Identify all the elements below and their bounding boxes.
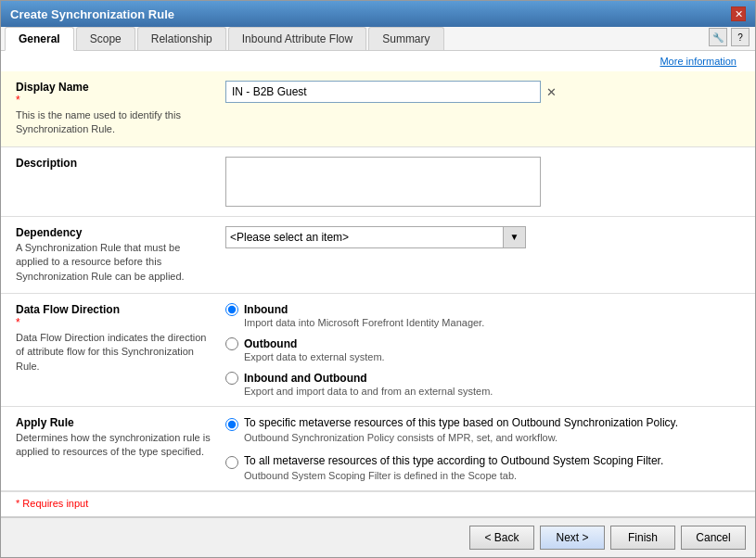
apply-specific-radio[interactable] xyxy=(225,418,238,431)
data-flow-description: Data Flow Direction indicates the direct… xyxy=(16,331,211,374)
apply-specific-text: To specific metaverse resources of this … xyxy=(244,416,678,429)
apply-rule-title: Apply Rule xyxy=(16,416,211,429)
apply-specific-sub: Outbound Synchronization Policy consists… xyxy=(244,432,678,443)
more-info-link[interactable]: More information xyxy=(650,52,746,70)
requires-input-note: * Requires input xyxy=(1,491,755,514)
radio-inbound-outbound-sub: Export and import data to and from an ex… xyxy=(244,386,493,397)
dialog: Create Synchronization Rule ✕ General Sc… xyxy=(0,0,756,558)
apply-all-radio[interactable] xyxy=(225,456,238,469)
radio-inbound-item: Inbound Import data into Microsoft Foref… xyxy=(225,303,493,328)
radio-outbound-sub: Export data to external system. xyxy=(244,351,493,362)
display-name-title: Display Name xyxy=(16,81,89,94)
radio-inbound-text: Inbound xyxy=(244,303,288,316)
content-area: More information Display Name * This is … xyxy=(1,51,755,516)
back-button[interactable]: < Back xyxy=(469,526,534,550)
description-input[interactable] xyxy=(225,157,541,207)
dependency-select[interactable]: <Please select an item> xyxy=(225,226,504,248)
tab-scope[interactable]: Scope xyxy=(76,27,135,50)
display-name-section: Display Name * This is the name used to … xyxy=(1,71,755,147)
data-flow-required-star: * xyxy=(16,316,20,329)
radio-inbound-outbound[interactable] xyxy=(225,372,238,385)
apply-rule-description: Determines how the synchronization rule … xyxy=(16,431,211,460)
tab-inbound-attribute-flow[interactable]: Inbound Attribute Flow xyxy=(228,27,366,50)
apply-all-item: To all metaverse resources of this type … xyxy=(225,454,678,481)
radio-inbound-outbound-text: Inbound and Outbound xyxy=(244,372,367,385)
description-section: Description xyxy=(1,147,755,217)
dependency-section: Dependency A Synchronization Rule that m… xyxy=(1,217,755,294)
apply-all-sub: Outbound System Scoping Filter is define… xyxy=(244,470,678,481)
tab-general[interactable]: General xyxy=(5,27,74,51)
title-bar: Create Synchronization Rule ✕ xyxy=(1,1,755,27)
description-title: Description xyxy=(16,157,211,170)
dependency-select-arrow[interactable]: ▼ xyxy=(504,226,526,248)
radio-outbound-text: Outbound xyxy=(244,337,297,350)
radio-inbound-outbound-item: Inbound and Outbound Export and import d… xyxy=(225,372,493,397)
footer: < Back Next > Finish Cancel xyxy=(1,516,755,557)
apply-specific-label[interactable]: To specific metaverse resources of this … xyxy=(225,416,678,431)
apply-specific-item: To specific metaverse resources of this … xyxy=(225,416,678,443)
settings-button[interactable]: 🔧 xyxy=(709,28,727,46)
help-button[interactable]: ? xyxy=(731,28,750,46)
apply-rule-group: To specific metaverse resources of this … xyxy=(225,416,678,481)
dependency-title: Dependency xyxy=(16,226,211,239)
display-name-clear-button[interactable]: ✕ xyxy=(545,85,558,99)
apply-rule-section: Apply Rule Determines how the synchroniz… xyxy=(1,407,755,491)
tabs: General Scope Relationship Inbound Attri… xyxy=(5,27,446,50)
tab-bar: General Scope Relationship Inbound Attri… xyxy=(1,27,755,51)
radio-outbound-label[interactable]: Outbound xyxy=(225,337,493,350)
radio-inbound[interactable] xyxy=(225,303,238,316)
cancel-button[interactable]: Cancel xyxy=(681,526,746,550)
radio-inbound-outbound-label[interactable]: Inbound and Outbound xyxy=(225,372,493,385)
radio-inbound-sub: Import data into Microsoft Forefront Ide… xyxy=(244,317,493,328)
display-name-description: This is the name used to identify this S… xyxy=(16,108,211,137)
data-flow-radio-group: Inbound Import data into Microsoft Foref… xyxy=(225,303,493,397)
close-button[interactable]: ✕ xyxy=(731,6,746,21)
tab-summary[interactable]: Summary xyxy=(368,27,443,50)
radio-outbound[interactable] xyxy=(225,337,238,350)
radio-outbound-item: Outbound Export data to external system. xyxy=(225,337,493,362)
dialog-title: Create Synchronization Rule xyxy=(10,7,174,21)
display-name-input[interactable] xyxy=(225,81,541,103)
apply-all-text: To all metaverse resources of this type … xyxy=(244,454,663,467)
tab-relationship[interactable]: Relationship xyxy=(137,27,226,50)
data-flow-section: Data Flow Direction * Data Flow Directio… xyxy=(1,294,755,407)
data-flow-title: Data Flow Direction xyxy=(16,303,211,316)
tab-actions: 🔧 ? xyxy=(709,28,755,50)
next-button[interactable]: Next > xyxy=(540,526,605,550)
display-name-required-star: * xyxy=(16,94,20,107)
dependency-description: A Synchronization Rule that must be appl… xyxy=(16,241,211,284)
finish-button[interactable]: Finish xyxy=(610,526,675,550)
dependency-select-wrapper: <Please select an item> ▼ xyxy=(225,226,526,248)
apply-all-label[interactable]: To all metaverse resources of this type … xyxy=(225,454,678,469)
radio-inbound-label[interactable]: Inbound xyxy=(225,303,493,316)
